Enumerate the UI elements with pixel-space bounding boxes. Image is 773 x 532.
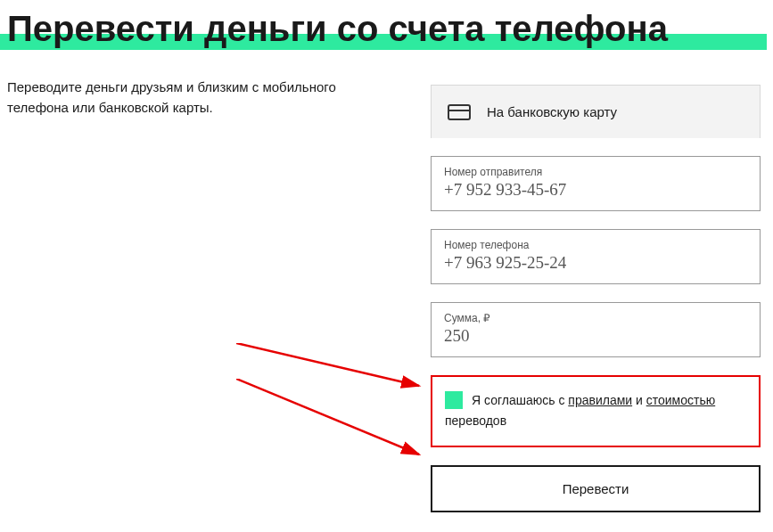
agreement-text: Я соглашаюсь с правилами и стоимостью пе… bbox=[445, 393, 715, 428]
agreement-box: Я соглашаюсь с правилами и стоимостью пе… bbox=[431, 375, 761, 447]
transfer-form: На банковскую карту Номер отправителя +7… bbox=[431, 85, 761, 512]
svg-line-1 bbox=[236, 343, 419, 386]
amount-label: Сумма, ₽ bbox=[444, 312, 747, 324]
sender-field[interactable]: Номер отправителя +7 952 933-45-67 bbox=[431, 156, 761, 211]
rules-link[interactable]: правилами bbox=[568, 393, 632, 407]
tab-card[interactable]: На банковскую карту bbox=[431, 85, 761, 138]
submit-button[interactable]: Перевести bbox=[431, 465, 761, 512]
card-icon bbox=[448, 104, 471, 120]
page-subtitle: Переводите деньги друзьям и близким с мо… bbox=[7, 78, 346, 118]
sender-value[interactable]: +7 952 933-45-67 bbox=[444, 180, 747, 200]
sender-label: Номер отправителя bbox=[444, 166, 747, 178]
tab-label: На банковскую карту bbox=[487, 104, 617, 119]
arrow-annotation-1 bbox=[236, 343, 428, 397]
phone-label: Номер телефона bbox=[444, 239, 747, 251]
phone-value[interactable]: +7 963 925-25-24 bbox=[444, 253, 747, 273]
svg-line-3 bbox=[236, 379, 419, 454]
agreement-checkbox[interactable] bbox=[445, 391, 463, 409]
cost-link[interactable]: стоимостью bbox=[646, 393, 715, 407]
phone-field[interactable]: Номер телефона +7 963 925-25-24 bbox=[431, 229, 761, 284]
page-title: Перевести деньги со счета телефона bbox=[7, 9, 668, 49]
amount-value[interactable]: 250 bbox=[444, 326, 747, 346]
arrow-annotation-2 bbox=[236, 379, 428, 463]
amount-field[interactable]: Сумма, ₽ 250 bbox=[431, 302, 761, 357]
